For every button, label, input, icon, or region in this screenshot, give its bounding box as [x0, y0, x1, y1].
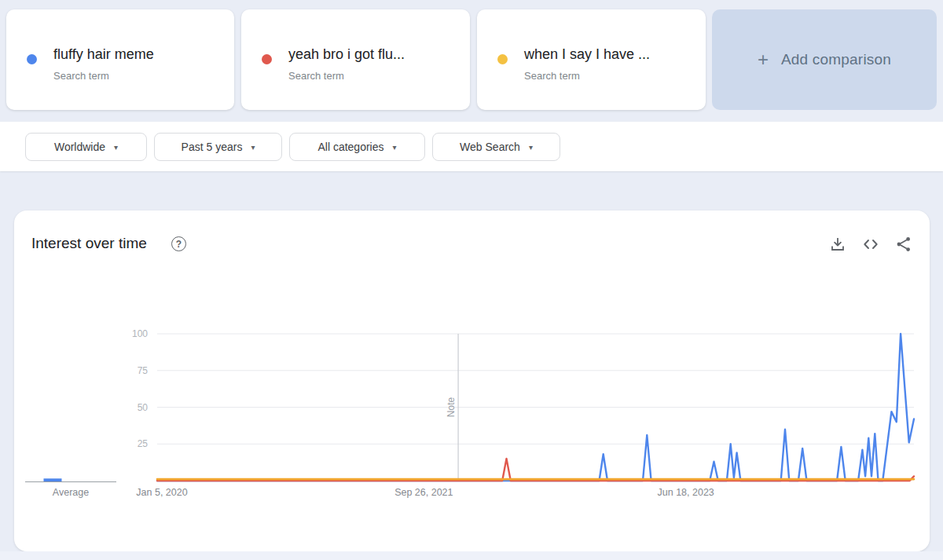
y-axis-label-75: 75: [138, 365, 149, 376]
filter-category-dropdown[interactable]: All categories ▾: [289, 133, 425, 161]
chevron-down-icon: ▾: [251, 142, 255, 152]
search-term-text: yeah bro i got flu...: [288, 46, 405, 63]
share-icon[interactable]: [894, 235, 913, 254]
series-color-dot-yellow: [497, 54, 508, 64]
filter-region-dropdown[interactable]: Worldwide ▾: [25, 133, 147, 161]
help-glyph: ?: [176, 239, 182, 250]
embed-icon[interactable]: [861, 235, 880, 254]
x-axis-label-1: Sep 26, 2021: [394, 487, 453, 498]
filter-timerange-label: Past 5 years: [182, 141, 243, 153]
average-bar-1[interactable]: [44, 478, 62, 481]
filter-category-label: All categories: [317, 141, 383, 153]
series-color-dot-red: [262, 54, 272, 64]
plus-icon: +: [758, 50, 769, 69]
x-axis-label-2: Jun 18, 2023: [658, 487, 714, 498]
chevron-down-icon: ▾: [114, 142, 118, 152]
interest-over-time-card: Interest over time ? 255075100NoteJan 5,…: [14, 210, 930, 551]
filter-timerange-dropdown[interactable]: Past 5 years ▾: [154, 133, 282, 161]
search-term-text: fluffy hair meme: [53, 46, 154, 63]
series-color-dot-blue: [27, 54, 37, 64]
chart-actions: [828, 235, 913, 254]
interest-over-time-chart: 255075100NoteJan 5, 2020Sep 26, 2021Jun …: [14, 313, 930, 526]
filter-bar: Worldwide ▾ Past 5 years ▾ All categorie…: [0, 122, 943, 171]
average-label: Average: [53, 487, 89, 498]
search-term-card-2[interactable]: yeah bro i got flu... Search term: [241, 9, 470, 110]
google-trends-explore-page: { "ui": { "dropdown_arrow": "\u25be", "p…: [0, 0, 943, 560]
help-icon[interactable]: ?: [171, 236, 186, 251]
search-term-subtitle: Search term: [288, 70, 344, 82]
y-axis-label-100: 100: [132, 328, 148, 339]
chart-section-title: Interest over time: [31, 235, 147, 252]
add-comparison-label: Add comparison: [781, 51, 891, 68]
download-icon[interactable]: [828, 235, 847, 254]
filter-region-label: Worldwide: [54, 141, 105, 153]
search-term-text: when I say I have ...: [524, 46, 650, 63]
add-comparison-button[interactable]: + Add comparison: [712, 9, 937, 110]
note-line-label: Note: [446, 397, 457, 418]
search-term-card-3[interactable]: when I say I have ... Search term: [477, 9, 706, 110]
filter-searchtype-label: Web Search: [460, 141, 520, 153]
y-axis-label-50: 50: [138, 402, 149, 413]
search-term-subtitle: Search term: [53, 70, 109, 82]
search-term-subtitle: Search term: [524, 70, 580, 82]
x-axis-label-0: Jan 5, 2020: [136, 487, 187, 498]
chevron-down-icon: ▾: [393, 142, 397, 152]
filter-searchtype-dropdown[interactable]: Web Search ▾: [432, 133, 560, 161]
page-background-strip: [0, 551, 943, 560]
y-axis-label-25: 25: [138, 438, 149, 449]
search-term-card-1[interactable]: fluffy hair meme Search term: [6, 9, 234, 110]
chevron-down-icon: ▾: [529, 142, 533, 152]
